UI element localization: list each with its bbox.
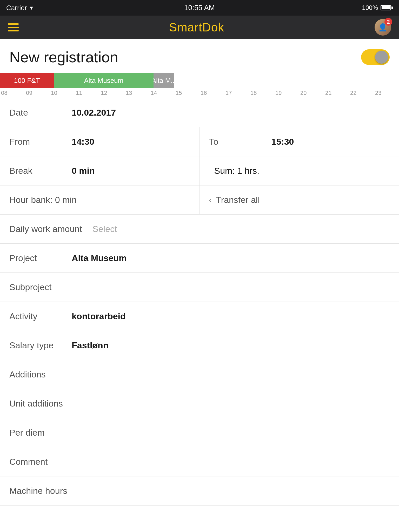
notification-badge: 2 xyxy=(384,18,392,26)
hour-10: 10 xyxy=(50,90,75,96)
hour-19: 19 xyxy=(274,90,299,96)
battery-icon xyxy=(381,5,393,10)
salary-type-value: Fastlønn xyxy=(72,340,109,350)
date-label: Date xyxy=(9,108,66,118)
hour-11: 11 xyxy=(75,90,100,96)
app-title: SmartDok xyxy=(169,20,224,34)
main-content: New registration 100 F&T Alta Museum Alt… xyxy=(0,39,399,532)
timeline-bar-100ft[interactable]: 100 F&T xyxy=(0,73,54,88)
status-right: 100% xyxy=(362,4,393,11)
salary-type-row[interactable]: Salary type Fastlønn xyxy=(0,331,399,360)
activity-row[interactable]: Activity kontorarbeid xyxy=(0,302,399,331)
hour-16: 16 xyxy=(200,90,224,96)
subproject-row[interactable]: Subproject xyxy=(0,273,399,302)
status-left: Carrier ▾ xyxy=(6,4,33,12)
user-avatar-button[interactable]: 👤 2 xyxy=(375,19,391,36)
timeline-hours: 08 09 10 11 12 13 14 15 16 17 18 19 20 2… xyxy=(0,88,399,98)
hour-bank-row: Hour bank: 0 min ‹ Transfer all xyxy=(0,185,399,215)
break-sum-row: Break 0 min Sum: 1 hrs. xyxy=(0,156,399,185)
status-time: 10:55 AM xyxy=(184,4,215,12)
hour-17: 17 xyxy=(224,90,249,96)
break-field[interactable]: Break 0 min xyxy=(0,156,200,185)
carrier-label: Carrier xyxy=(6,4,27,12)
hour-22: 22 xyxy=(349,90,374,96)
form-section: Date 10.02.2017 From 14:30 To 15:30 Brea… xyxy=(0,98,399,506)
salary-type-label: Salary type xyxy=(9,340,66,350)
page-header: New registration xyxy=(0,39,399,73)
break-value: 0 min xyxy=(72,166,95,176)
timeline-bar-altam[interactable]: Alta M... xyxy=(154,73,174,88)
project-row[interactable]: Project Alta Museum xyxy=(0,244,399,273)
nav-bar: SmartDok 👤 2 xyxy=(0,16,399,39)
unit-additions-row[interactable]: Unit additions xyxy=(0,389,399,418)
timeline-bars: 100 F&T Alta Museum Alta M... xyxy=(0,73,399,88)
hour-15: 15 xyxy=(175,90,200,96)
hour-12: 12 xyxy=(100,90,125,96)
machine-hours-row[interactable]: Machine hours xyxy=(0,476,399,506)
to-label: To xyxy=(209,137,266,147)
additions-row[interactable]: Additions xyxy=(0,360,399,389)
status-bar: Carrier ▾ 10:55 AM 100% xyxy=(0,0,399,16)
to-value: 15:30 xyxy=(271,137,294,147)
project-label: Project xyxy=(9,253,66,263)
hour-09: 09 xyxy=(25,90,50,96)
wifi-icon: ▾ xyxy=(30,4,33,11)
daily-work-row[interactable]: Daily work amount Select xyxy=(0,215,399,244)
to-field[interactable]: To 15:30 xyxy=(200,127,399,156)
per-diem-row[interactable]: Per diem xyxy=(0,418,399,447)
comment-row[interactable]: Comment xyxy=(0,447,399,476)
hour-23: 23 xyxy=(374,90,399,96)
per-diem-label: Per diem xyxy=(9,428,66,438)
chevron-left-icon: ‹ xyxy=(209,195,212,205)
machine-hours-label: Machine hours xyxy=(9,486,67,496)
date-value: 10.02.2017 xyxy=(72,108,116,118)
daily-work-value: Select xyxy=(92,224,117,234)
hour-21: 21 xyxy=(324,90,349,96)
hour-bank-field[interactable]: Hour bank: 0 min xyxy=(0,185,200,214)
timeline-bar-empty xyxy=(174,73,399,88)
hour-bank-label: Hour bank: 0 min xyxy=(9,195,77,205)
from-label: From xyxy=(9,137,66,147)
date-row[interactable]: Date 10.02.2017 xyxy=(0,98,399,127)
hour-13: 13 xyxy=(125,90,150,96)
registration-toggle[interactable] xyxy=(361,49,390,65)
hour-18: 18 xyxy=(249,90,274,96)
daily-work-label: Daily work amount xyxy=(9,224,87,234)
sum-value: Sum: 1 hrs. xyxy=(214,166,260,176)
from-field[interactable]: From 14:30 xyxy=(0,127,200,156)
timeline-bar-alta-museum[interactable]: Alta Museum xyxy=(54,73,154,88)
toggle-knob xyxy=(375,51,388,64)
comment-label: Comment xyxy=(9,457,66,467)
transfer-all-label: Transfer all xyxy=(216,195,260,205)
break-label: Break xyxy=(9,166,66,176)
project-value: Alta Museum xyxy=(72,253,127,263)
transfer-all-row: ‹ Transfer all xyxy=(209,195,260,205)
page-title: New registration xyxy=(9,48,118,66)
battery-percent: 100% xyxy=(362,4,378,11)
from-value: 14:30 xyxy=(72,137,94,147)
subproject-label: Subproject xyxy=(9,282,66,292)
from-to-row: From 14:30 To 15:30 xyxy=(0,127,399,156)
timeline: 100 F&T Alta Museum Alta M... 08 09 10 1… xyxy=(0,73,399,98)
transfer-all-field[interactable]: ‹ Transfer all xyxy=(200,185,399,214)
activity-value: kontorarbeid xyxy=(72,311,126,321)
additions-label: Additions xyxy=(9,369,66,380)
hour-20: 20 xyxy=(299,90,324,96)
unit-additions-label: Unit additions xyxy=(9,398,66,409)
hour-14: 14 xyxy=(150,90,175,96)
sum-field: Sum: 1 hrs. xyxy=(200,156,399,185)
menu-icon[interactable] xyxy=(8,23,19,31)
hour-08: 08 xyxy=(0,90,25,96)
activity-label: Activity xyxy=(9,311,66,321)
